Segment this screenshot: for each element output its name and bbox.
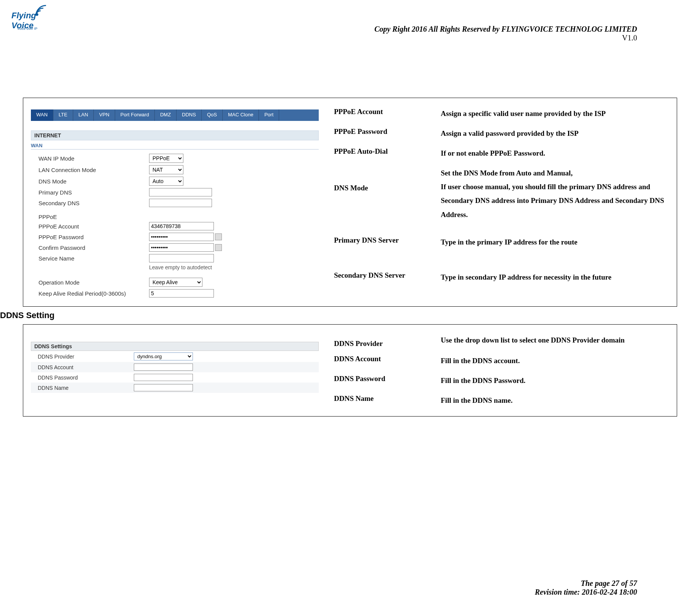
header-right: Copy Right 2016 All Rights Reserved by F…: [374, 4, 637, 42]
tab-port[interactable]: Port: [259, 109, 279, 121]
desc-row: PPPoE Password Assign a valid password p…: [334, 124, 669, 143]
tab-mac-clone[interactable]: MAC Clone: [223, 109, 259, 121]
label-wan-ip-mode: WAN IP Mode: [31, 155, 149, 162]
row-service-name: Service Name: [31, 253, 319, 264]
page-number: The page 27 of 57: [535, 579, 637, 588]
wan-section-table: WAN LTE LAN VPN Port Forward DMZ DDNS Qo…: [23, 98, 677, 307]
input-pppoe-password[interactable]: [149, 233, 214, 241]
select-wan-ip-mode[interactable]: PPPoE: [149, 154, 183, 163]
logo: FlyingVoice Voice over IP: [11, 4, 48, 31]
desc-row: DDNS Provider Use the drop down list to …: [334, 330, 669, 351]
tab-vpn[interactable]: VPN: [94, 109, 115, 121]
desc-row: DDNS Name Fill in the DDNS name.: [334, 391, 669, 410]
label-ddns-name: DDNS Name: [31, 385, 134, 391]
label-pppoe-password: PPPoE Password: [31, 234, 149, 240]
wan-screenshot-col: WAN LTE LAN VPN Port Forward DMZ DDNS Qo…: [23, 98, 326, 306]
revision-time: Revision time: 2016-02-24 18:00: [535, 588, 637, 597]
desc-name: PPPoE Auto-Dial: [334, 146, 441, 160]
desc-row: PPPoE Auto-Dial If or not enable PPPoE P…: [334, 143, 669, 163]
row-lan-conn-mode: LAN Connection Mode NAT: [31, 164, 319, 175]
input-secondary-dns[interactable]: [149, 199, 212, 207]
tab-port-forward[interactable]: Port Forward: [115, 109, 155, 121]
input-ddns-password[interactable]: [134, 374, 193, 381]
label-keep-alive: Keep Alive Redial Period(0-3600s): [31, 290, 149, 297]
input-confirm-password[interactable]: [149, 243, 214, 252]
desc-name: DNS Mode: [334, 166, 441, 221]
select-ddns-provider[interactable]: dyndns.org: [134, 352, 193, 360]
row-secondary-dns: Secondary DNS: [31, 198, 319, 208]
ddns-descriptions-col: DDNS Provider Use the drop down list to …: [326, 325, 677, 416]
label-secondary-dns: Secondary DNS: [31, 200, 149, 206]
reveal-password-icon[interactable]: [215, 233, 222, 240]
desc-name: DDNS Password: [334, 374, 441, 388]
label-op-mode: Operation Mode: [31, 279, 149, 286]
desc-name: PPPoE Account: [334, 107, 441, 121]
desc-row: PPPoE Account Assign a specific valid us…: [334, 104, 669, 124]
label-primary-dns: Primary DNS: [31, 189, 149, 196]
desc-text: Fill in the DDNS account.: [441, 354, 669, 368]
desc-name: PPPoE Password: [334, 127, 441, 140]
select-lan-conn-mode[interactable]: NAT: [149, 165, 183, 174]
tab-qos[interactable]: QoS: [202, 109, 223, 121]
select-op-mode[interactable]: Keep Alive: [149, 278, 202, 287]
desc-text: Fill in the DDNS Password.: [441, 374, 669, 388]
input-primary-dns[interactable]: [149, 188, 212, 196]
reveal-password-icon[interactable]: [215, 244, 222, 251]
copyright-text: Copy Right 2016 All Rights Reserved by F…: [374, 25, 637, 34]
label-dns-mode: DNS Mode: [31, 178, 149, 185]
row-ddns-provider: DDNS Provider dyndns.org: [31, 351, 319, 362]
wan-subsection: WAN: [31, 140, 319, 150]
tab-dmz[interactable]: DMZ: [155, 109, 177, 121]
input-ddns-name[interactable]: [134, 384, 193, 391]
select-dns-mode[interactable]: Auto: [149, 177, 183, 186]
logo-subtext: Voice over IP: [17, 27, 37, 31]
pppoe-subsection: PPPoE: [31, 208, 319, 221]
logo-waves-icon: [34, 4, 48, 17]
label-lan-conn-mode: LAN Connection Mode: [31, 167, 149, 173]
label-ddns-password: DDNS Password: [31, 375, 134, 381]
row-ddns-password: DDNS Password: [31, 372, 319, 383]
desc-text: Type in secondary IP address for necessi…: [441, 270, 669, 284]
ddns-screenshot: DDNS Settings DDNS Provider dyndns.org D…: [31, 342, 319, 393]
row-op-mode: Operation Mode Keep Alive: [31, 277, 319, 288]
wan-descriptions-col: PPPoE Account Assign a specific valid us…: [326, 98, 677, 306]
desc-text: If or not enable PPPoE Password.: [441, 146, 669, 160]
row-confirm-password: Confirm Password: [31, 242, 319, 253]
desc-row: DNS Mode Set the DNS Mode from Auto and …: [334, 163, 669, 224]
ddns-section-table: DDNS Settings DDNS Provider dyndns.org D…: [23, 324, 677, 417]
desc-row: DDNS Account Fill in the DDNS account.: [334, 351, 669, 371]
desc-text: Type in the primary IP address for the r…: [441, 235, 669, 249]
label-confirm-password: Confirm Password: [31, 244, 149, 251]
row-primary-dns: Primary DNS: [31, 187, 319, 198]
row-keep-alive: Keep Alive Redial Period(0-3600s): [31, 288, 319, 299]
input-service-name[interactable]: [149, 254, 214, 262]
row-dns-mode: DNS Mode Auto: [31, 175, 319, 187]
input-ddns-account[interactable]: [134, 364, 193, 371]
desc-text: Assign a valid password provided by the …: [441, 127, 669, 140]
desc-text: Assign a specific valid user name provid…: [441, 107, 669, 121]
desc-text: Set the DNS Mode from Auto and Manual, I…: [441, 166, 669, 221]
tab-ddns[interactable]: DDNS: [177, 109, 202, 121]
input-pppoe-account[interactable]: [149, 222, 214, 230]
input-keep-alive[interactable]: [149, 289, 214, 298]
tab-lte[interactable]: LTE: [53, 109, 73, 121]
label-ddns-provider: DDNS Provider: [31, 354, 134, 360]
label-service-name: Service Name: [31, 255, 149, 262]
desc-name: DDNS Provider: [334, 333, 441, 348]
desc-text: Fill in the DDNS name.: [441, 394, 669, 407]
version-text: V1.0: [374, 34, 637, 42]
row-pppoe-account: PPPoE Account: [31, 221, 319, 232]
content: WAN LTE LAN VPN Port Forward DMZ DDNS Qo…: [0, 98, 700, 417]
tab-wan[interactable]: WAN: [31, 109, 53, 121]
desc-row: Primary DNS Server Type in the primary I…: [334, 225, 669, 260]
desc-text: Use the drop down list to select one DDN…: [441, 333, 669, 348]
desc-name: DDNS Account: [334, 354, 441, 368]
ddns-title: DDNS Settings: [31, 342, 319, 351]
desc-name: Secondary DNS Server: [334, 270, 441, 284]
tab-lan[interactable]: LAN: [73, 109, 94, 121]
row-ddns-account: DDNS Account: [31, 362, 319, 372]
desc-row: Secondary DNS Server Type in secondary I…: [334, 260, 669, 295]
row-ddns-name: DDNS Name: [31, 383, 319, 393]
wan-screenshot: WAN LTE LAN VPN Port Forward DMZ DDNS Qo…: [31, 109, 319, 299]
page-footer: The page 27 of 57 Revision time: 2016-02…: [535, 579, 637, 597]
